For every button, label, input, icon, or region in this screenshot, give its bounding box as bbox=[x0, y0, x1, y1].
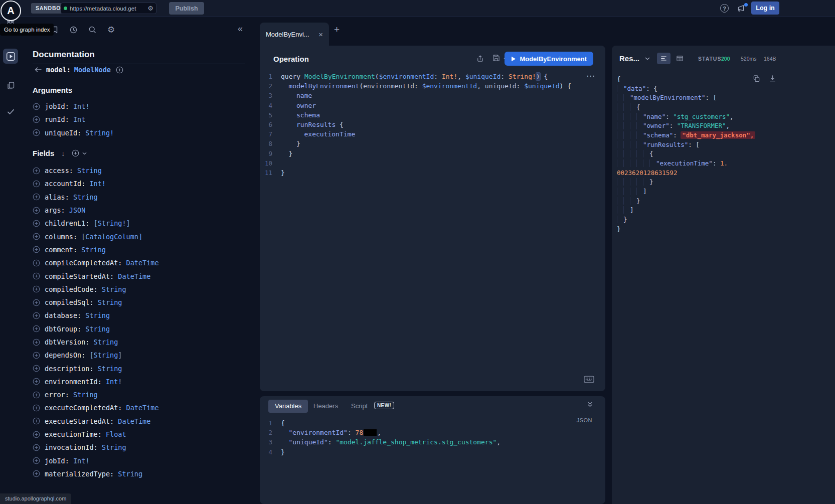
tab-headers[interactable]: Headers bbox=[313, 400, 338, 413]
field-row[interactable]: description: String bbox=[33, 362, 253, 375]
breadcrumb-type[interactable]: ModelNode bbox=[74, 66, 111, 74]
code-line: } bbox=[617, 215, 832, 224]
add-field-icon[interactable] bbox=[33, 167, 40, 175]
add-field-icon[interactable] bbox=[33, 103, 40, 110]
add-field-icon[interactable] bbox=[33, 431, 40, 438]
add-field-icon[interactable] bbox=[33, 470, 40, 477]
add-field-icon[interactable] bbox=[33, 285, 40, 293]
field-row[interactable]: dependsOn: [String] bbox=[33, 349, 253, 362]
share-icon[interactable] bbox=[476, 55, 484, 62]
field-row[interactable]: columns: [CatalogColumn] bbox=[33, 230, 253, 243]
add-field-icon[interactable] bbox=[33, 391, 40, 399]
add-field-icon[interactable] bbox=[33, 272, 40, 280]
check-icon bbox=[7, 107, 15, 116]
topbar: SANDBOX https://metadata.cloud.get ⚙ Pub… bbox=[0, 0, 835, 17]
sandbox-url-input[interactable]: https://metadata.cloud.get ⚙ bbox=[61, 3, 156, 14]
announcements-icon[interactable] bbox=[736, 5, 745, 12]
field-row[interactable]: executionTime: Float bbox=[33, 428, 253, 441]
tab-modelbyenvironment[interactable]: ModelByEnvi... × bbox=[260, 23, 329, 46]
field-row[interactable]: access: String bbox=[33, 164, 253, 177]
field-row[interactable]: invocationId: String bbox=[33, 441, 253, 454]
add-all-fields-icon[interactable] bbox=[116, 66, 123, 74]
add-field-icon[interactable] bbox=[33, 116, 40, 123]
add-field-icon[interactable] bbox=[33, 312, 40, 319]
field-row[interactable]: compileCompletedAt: DateTime bbox=[33, 256, 253, 269]
sidebar-item-checks[interactable] bbox=[7, 107, 15, 116]
back-icon[interactable] bbox=[34, 66, 42, 73]
add-field-icon[interactable] bbox=[33, 417, 40, 425]
add-field-icon[interactable] bbox=[33, 193, 40, 201]
add-field-icon[interactable] bbox=[33, 339, 40, 346]
variables-editor[interactable]: 1{2"environmentId": 78,3"uniqueId": "mod… bbox=[260, 418, 605, 457]
add-field-icon[interactable] bbox=[33, 365, 40, 372]
field-row[interactable]: database: String bbox=[33, 309, 253, 322]
login-button[interactable]: Log in bbox=[751, 2, 779, 15]
operation-editor[interactable]: 1query ModelByEnvironment($environmentId… bbox=[260, 72, 605, 178]
copy-response-icon[interactable] bbox=[753, 75, 760, 82]
field-row[interactable]: executeCompletedAt: DateTime bbox=[33, 401, 253, 414]
settings-gear-icon[interactable]: ⚙ bbox=[107, 25, 115, 35]
code-line: 7executionTime bbox=[260, 129, 605, 139]
field-row[interactable]: accountId: Int! bbox=[33, 177, 253, 190]
field-row[interactable]: compiledCode: String bbox=[33, 283, 253, 296]
tab-script[interactable]: Script bbox=[351, 400, 368, 413]
code-line: 5schema bbox=[260, 110, 605, 120]
argument-row[interactable]: runId: Int bbox=[33, 113, 253, 126]
add-field-icon[interactable] bbox=[33, 444, 40, 451]
collapse-panel-icon[interactable] bbox=[587, 401, 593, 408]
field-row[interactable]: dbtVersion: String bbox=[33, 335, 253, 349]
run-operation-button[interactable]: ModelByEnvironment bbox=[505, 52, 593, 66]
add-field-icon[interactable] bbox=[33, 299, 40, 306]
search-icon[interactable] bbox=[88, 26, 97, 34]
history-icon[interactable] bbox=[69, 26, 78, 34]
add-field-icon[interactable] bbox=[33, 180, 40, 188]
field-row[interactable]: compiledSql: String bbox=[33, 296, 253, 309]
sidebar-item-collections[interactable] bbox=[7, 81, 15, 90]
table-view-toggle[interactable] bbox=[673, 53, 687, 64]
add-field-icon[interactable] bbox=[33, 129, 40, 136]
add-field-icon[interactable] bbox=[33, 404, 40, 412]
graph-index-tooltip: Go to graph index bbox=[0, 24, 54, 36]
add-field-icon[interactable] bbox=[33, 220, 40, 227]
publish-button[interactable]: Publish bbox=[169, 2, 204, 15]
add-tab-icon[interactable]: + bbox=[334, 24, 340, 35]
download-response-icon[interactable] bbox=[769, 75, 776, 82]
add-field-icon[interactable] bbox=[33, 352, 40, 359]
field-row[interactable]: childrenL1: [String!] bbox=[33, 217, 253, 230]
add-field-icon[interactable] bbox=[33, 457, 40, 464]
add-field-icon[interactable] bbox=[33, 378, 40, 385]
field-row[interactable]: alias: String bbox=[33, 191, 253, 204]
field-row[interactable]: jobId: Int! bbox=[33, 454, 253, 467]
field-row[interactable]: error: String bbox=[33, 388, 253, 401]
code-line: "schema": "dbt_mary_jackson", bbox=[617, 130, 832, 140]
close-tab-icon[interactable]: × bbox=[318, 31, 323, 38]
add-field-icon[interactable] bbox=[33, 233, 40, 240]
argument-row[interactable]: uniqueId: String! bbox=[33, 126, 253, 139]
chevron-down-icon[interactable] bbox=[82, 152, 87, 155]
field-row[interactable]: comment: String bbox=[33, 243, 253, 256]
field-row[interactable]: materializedType: String bbox=[33, 467, 253, 480]
keyboard-shortcuts-icon[interactable] bbox=[584, 376, 594, 383]
add-field-icon[interactable] bbox=[33, 259, 40, 267]
argument-row[interactable]: jobId: Int! bbox=[33, 100, 253, 113]
connection-settings-icon[interactable]: ⚙ bbox=[147, 5, 153, 12]
help-icon[interactable]: ? bbox=[720, 4, 729, 13]
sort-fields-icon[interactable]: ↓ bbox=[61, 149, 65, 157]
save-icon[interactable] bbox=[492, 54, 500, 62]
collapse-docs-icon[interactable]: « bbox=[238, 24, 243, 34]
apollo-logo[interactable]: A bbox=[1, 1, 21, 21]
field-row[interactable]: executeStartedAt: DateTime bbox=[33, 415, 253, 428]
sidebar-item-explorer[interactable] bbox=[3, 49, 18, 64]
field-row[interactable]: dbtGroup: String bbox=[33, 322, 253, 335]
field-row[interactable]: environmentId: Int! bbox=[33, 375, 253, 388]
field-row[interactable]: compileStartedAt: DateTime bbox=[33, 269, 253, 282]
response-viewer: {"data": {"modelByEnvironment": [{"name"… bbox=[617, 74, 832, 234]
add-field-icon[interactable] bbox=[33, 325, 40, 332]
add-field-icon[interactable] bbox=[33, 207, 40, 214]
response-chevron-icon[interactable] bbox=[645, 57, 650, 60]
tree-view-toggle[interactable] bbox=[657, 53, 671, 64]
add-field-icon[interactable] bbox=[33, 246, 40, 253]
add-all-fields-icon[interactable] bbox=[72, 149, 79, 157]
field-row[interactable]: args: JSON bbox=[33, 204, 253, 217]
tab-variables[interactable]: Variables bbox=[268, 400, 308, 413]
